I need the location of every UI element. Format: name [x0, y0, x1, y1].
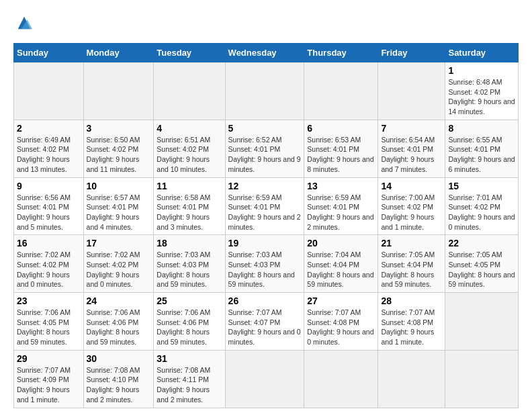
calendar-cell: 15 Sunrise: 7:01 AMSunset: 4:02 PMDaylig… [445, 177, 519, 235]
day-info: Sunrise: 6:55 AMSunset: 4:01 PMDaylight:… [448, 136, 515, 173]
day-info: Sunrise: 6:53 AMSunset: 4:01 PMDaylight:… [307, 136, 373, 173]
calendar-cell: 10 Sunrise: 6:57 AMSunset: 4:01 PMDaylig… [83, 177, 154, 235]
day-number: 9 [17, 181, 81, 191]
calendar-cell: 3 Sunrise: 6:50 AMSunset: 4:02 PMDayligh… [83, 120, 154, 177]
calendar-week-2: 2 Sunrise: 6:49 AMSunset: 4:02 PMDayligh… [14, 120, 519, 177]
day-number: 6 [307, 123, 375, 134]
calendar-cell: 6 Sunrise: 6:53 AMSunset: 4:01 PMDayligh… [304, 120, 378, 177]
calendar-cell: 23 Sunrise: 7:06 AMSunset: 4:05 PMDaylig… [14, 293, 84, 351]
calendar-cell [445, 350, 519, 408]
day-number: 14 [381, 181, 442, 191]
day-number: 20 [307, 238, 375, 248]
calendar-cell: 31 Sunrise: 7:08 AMSunset: 4:11 PMDaylig… [154, 350, 225, 408]
calendar-cell: 25 Sunrise: 7:06 AMSunset: 4:06 PMDaylig… [154, 293, 225, 351]
day-info: Sunrise: 7:03 AMSunset: 4:03 PMDaylight:… [228, 250, 295, 288]
calendar-cell: 29 Sunrise: 7:07 AMSunset: 4:09 PMDaylig… [14, 350, 84, 408]
day-info: Sunrise: 6:52 AMSunset: 4:01 PMDaylight:… [228, 136, 301, 173]
calendar-cell: 18 Sunrise: 7:03 AMSunset: 4:03 PMDaylig… [154, 235, 225, 293]
calendar-cell: 4 Sunrise: 6:51 AMSunset: 4:02 PMDayligh… [154, 120, 225, 177]
day-info: Sunrise: 7:07 AMSunset: 4:08 PMDaylight:… [381, 308, 435, 346]
day-number: 3 [87, 123, 151, 134]
day-number: 12 [228, 181, 302, 191]
calendar-cell [225, 62, 304, 120]
day-number: 8 [448, 123, 515, 134]
day-info: Sunrise: 6:54 AMSunset: 4:01 PMDaylight:… [381, 136, 435, 173]
calendar-cell: 17 Sunrise: 7:02 AMSunset: 4:02 PMDaylig… [83, 235, 154, 293]
day-number: 21 [381, 238, 442, 248]
calendar-cell: 30 Sunrise: 7:08 AMSunset: 4:10 PMDaylig… [83, 350, 154, 408]
day-number: 22 [448, 238, 515, 248]
day-number: 19 [228, 238, 302, 248]
day-number: 13 [307, 181, 375, 191]
calendar-cell: 24 Sunrise: 7:06 AMSunset: 4:06 PMDaylig… [83, 293, 154, 351]
calendar-cell [304, 62, 378, 120]
day-info: Sunrise: 7:06 AMSunset: 4:06 PMDaylight:… [87, 308, 140, 346]
calendar-cell [304, 350, 378, 408]
day-info: Sunrise: 7:05 AMSunset: 4:04 PMDaylight:… [381, 250, 435, 288]
day-number: 24 [87, 295, 151, 306]
day-info: Sunrise: 6:51 AMSunset: 4:02 PMDaylight:… [157, 136, 210, 173]
calendar-cell: 2 Sunrise: 6:49 AMSunset: 4:02 PMDayligh… [14, 120, 84, 177]
day-number: 30 [87, 353, 151, 364]
calendar-cell [83, 62, 154, 120]
header-tuesday: Tuesday [154, 44, 225, 62]
header-saturday: Saturday [445, 44, 519, 62]
day-number: 27 [307, 295, 375, 306]
header-friday: Friday [378, 44, 445, 62]
day-number: 31 [157, 353, 222, 364]
calendar-cell: 5 Sunrise: 6:52 AMSunset: 4:01 PMDayligh… [225, 120, 304, 177]
calendar-week-1: 1 Sunrise: 6:48 AMSunset: 4:02 PMDayligh… [14, 62, 519, 120]
day-number: 23 [17, 295, 81, 306]
calendar-week-5: 23 Sunrise: 7:06 AMSunset: 4:05 PMDaylig… [14, 293, 519, 351]
day-number: 5 [228, 123, 302, 134]
day-number: 17 [87, 238, 151, 248]
day-info: Sunrise: 6:49 AMSunset: 4:02 PMDaylight:… [17, 136, 71, 173]
day-info: Sunrise: 7:03 AMSunset: 4:03 PMDaylight:… [157, 250, 210, 288]
day-info: Sunrise: 7:01 AMSunset: 4:02 PMDaylight:… [448, 193, 515, 231]
day-number: 29 [17, 353, 81, 364]
day-info: Sunrise: 7:02 AMSunset: 4:02 PMDaylight:… [17, 250, 71, 288]
calendar-header-row: SundayMondayTuesdayWednesdayThursdayFrid… [14, 44, 519, 62]
day-info: Sunrise: 7:06 AMSunset: 4:05 PMDaylight:… [17, 308, 71, 346]
header-wednesday: Wednesday [225, 44, 304, 62]
calendar-cell: 28 Sunrise: 7:07 AMSunset: 4:08 PMDaylig… [378, 293, 445, 351]
calendar-table: SundayMondayTuesdayWednesdayThursdayFrid… [13, 43, 519, 408]
header-monday: Monday [83, 44, 154, 62]
day-number: 11 [157, 181, 222, 191]
day-info: Sunrise: 6:56 AMSunset: 4:01 PMDaylight:… [17, 193, 71, 231]
calendar-cell: 9 Sunrise: 6:56 AMSunset: 4:01 PMDayligh… [14, 177, 84, 235]
day-number: 10 [87, 181, 151, 191]
day-info: Sunrise: 7:02 AMSunset: 4:02 PMDaylight:… [87, 250, 140, 288]
day-info: Sunrise: 7:08 AMSunset: 4:10 PMDaylight:… [87, 366, 140, 404]
day-info: Sunrise: 7:07 AMSunset: 4:08 PMDaylight:… [307, 308, 373, 346]
calendar-week-4: 16 Sunrise: 7:02 AMSunset: 4:02 PMDaylig… [14, 235, 519, 293]
calendar-week-3: 9 Sunrise: 6:56 AMSunset: 4:01 PMDayligh… [14, 177, 519, 235]
day-number: 15 [448, 181, 515, 191]
header-thursday: Thursday [304, 44, 378, 62]
calendar-cell: 13 Sunrise: 6:59 AMSunset: 4:01 PMDaylig… [304, 177, 378, 235]
day-number: 18 [157, 238, 222, 248]
calendar-cell: 26 Sunrise: 7:07 AMSunset: 4:07 PMDaylig… [225, 293, 304, 351]
day-number: 4 [157, 123, 222, 134]
logo-icon [15, 13, 34, 32]
calendar-cell: 19 Sunrise: 7:03 AMSunset: 4:03 PMDaylig… [225, 235, 304, 293]
calendar-cell: 16 Sunrise: 7:02 AMSunset: 4:02 PMDaylig… [14, 235, 84, 293]
calendar-cell: 8 Sunrise: 6:55 AMSunset: 4:01 PMDayligh… [445, 120, 519, 177]
calendar-cell: 20 Sunrise: 7:04 AMSunset: 4:04 PMDaylig… [304, 235, 378, 293]
day-info: Sunrise: 6:58 AMSunset: 4:01 PMDaylight:… [157, 193, 210, 231]
day-info: Sunrise: 7:08 AMSunset: 4:11 PMDaylight:… [157, 366, 210, 404]
day-info: Sunrise: 7:00 AMSunset: 4:02 PMDaylight:… [381, 193, 435, 231]
calendar-cell: 11 Sunrise: 6:58 AMSunset: 4:01 PMDaylig… [154, 177, 225, 235]
day-number: 2 [17, 123, 81, 134]
calendar-cell: 1 Sunrise: 6:48 AMSunset: 4:02 PMDayligh… [445, 62, 519, 120]
calendar-cell [378, 350, 445, 408]
day-info: Sunrise: 6:59 AMSunset: 4:01 PMDaylight:… [307, 193, 373, 231]
calendar-cell: 21 Sunrise: 7:05 AMSunset: 4:04 PMDaylig… [378, 235, 445, 293]
calendar-cell [154, 62, 225, 120]
calendar-cell: 12 Sunrise: 6:59 AMSunset: 4:01 PMDaylig… [225, 177, 304, 235]
calendar-cell [225, 350, 304, 408]
page-header [13, 13, 519, 32]
day-number: 26 [228, 295, 302, 306]
day-number: 16 [17, 238, 81, 248]
day-info: Sunrise: 6:57 AMSunset: 4:01 PMDaylight:… [87, 193, 140, 231]
